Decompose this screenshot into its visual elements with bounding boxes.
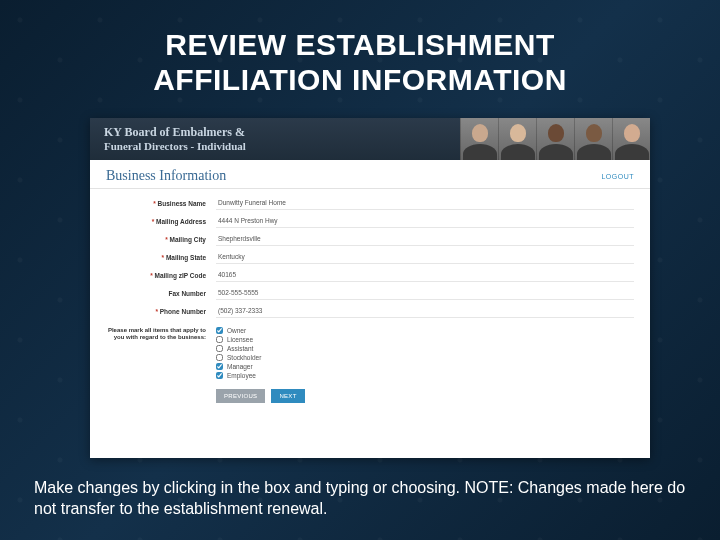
input-mailing-address[interactable]: 4444 N Preston Hwy [216,214,634,228]
section-bar: Business Information LOGOUT [90,160,650,189]
checkbox-licensee[interactable]: Licensee [216,336,634,343]
portrait-5 [612,118,650,160]
checkbox-stockholder-input[interactable] [216,354,223,361]
brand-line-2: Funeral Directors - Individual [104,140,246,153]
label-phone: Phone Number [106,308,216,315]
label-fax: Fax Number [106,290,216,297]
checkbox-employee-input[interactable] [216,372,223,379]
checkbox-assistant-label: Assistant [227,345,253,352]
label-mailing-city: Mailing City [106,236,216,243]
checkbox-employee[interactable]: Employee [216,372,634,379]
checkbox-stockholder-label: Stockholder [227,354,261,361]
checkbox-prompt: Please mark all items that apply to you … [106,325,216,341]
embedded-screenshot: KY Board of Embalmers & Funeral Director… [90,118,650,458]
previous-button[interactable]: PREVIOUS [216,389,265,403]
label-mailing-zip: Mailing zIP Code [106,272,216,279]
section-title: Business Information [106,168,226,184]
checkbox-manager-label: Manager [227,363,253,370]
input-mailing-zip[interactable]: 40165 [216,268,634,282]
next-button[interactable]: NEXT [271,389,304,403]
checkbox-licensee-input[interactable] [216,336,223,343]
input-phone[interactable]: (502) 337-2333 [216,304,634,318]
checkbox-stockholder[interactable]: Stockholder [216,354,634,361]
checkbox-owner[interactable]: Owner [216,327,634,334]
slide-title: REVIEW ESTABLISHMENT AFFILIATION INFORMA… [0,28,720,97]
portrait-4 [574,118,612,160]
checkbox-owner-label: Owner [227,327,246,334]
checkbox-assistant[interactable]: Assistant [216,345,634,352]
brand: KY Board of Embalmers & Funeral Director… [104,125,246,153]
title-line-1: REVIEW ESTABLISHMENT [0,28,720,63]
input-mailing-city[interactable]: Shepherdsville [216,232,634,246]
form-area: Business Name Dunwitty Funeral Home Mail… [90,189,650,411]
select-mailing-state[interactable]: Kentucky [216,250,634,264]
checkbox-manager-input[interactable] [216,363,223,370]
checkbox-manager[interactable]: Manager [216,363,634,370]
title-line-2: AFFILIATION INFORMATION [0,63,720,98]
checkbox-group: Owner Licensee Assistant Stockholder Man… [216,325,634,379]
checkbox-licensee-label: Licensee [227,336,253,343]
checkbox-owner-input[interactable] [216,327,223,334]
input-business-name[interactable]: Dunwitty Funeral Home [216,196,634,210]
header-photos [460,118,650,160]
slide-caption: Make changes by clicking in the box and … [34,478,686,520]
input-fax[interactable]: 502-555-5555 [216,286,634,300]
checkbox-employee-label: Employee [227,372,256,379]
portrait-3 [536,118,574,160]
app-header: KY Board of Embalmers & Funeral Director… [90,118,650,160]
label-business-name: Business Name [106,200,216,207]
label-mailing-address: Mailing Address [106,218,216,225]
logout-link[interactable]: LOGOUT [601,173,634,180]
button-row: PREVIOUS NEXT [106,389,634,403]
portrait-2 [498,118,536,160]
checkbox-assistant-input[interactable] [216,345,223,352]
brand-line-1: KY Board of Embalmers & [104,125,246,139]
label-mailing-state: Mailing State [106,254,216,261]
portrait-1 [460,118,498,160]
